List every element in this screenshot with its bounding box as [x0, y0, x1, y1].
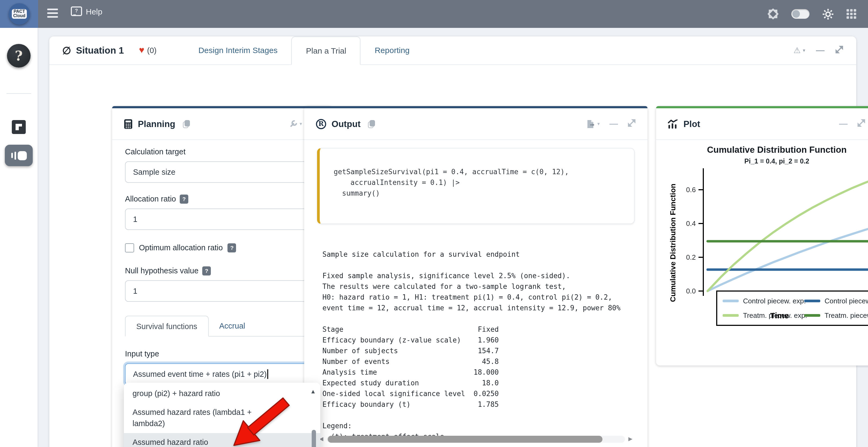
optimum-allocation-checkbox[interactable] [125, 243, 134, 252]
hamburger-icon[interactable] [47, 8, 59, 19]
legend-swatch [723, 314, 739, 317]
help-question-badge[interactable]: ? [202, 266, 211, 275]
dark-mode-toggle[interactable] [791, 9, 809, 19]
dropdown-scrollbar-thumb[interactable] [312, 430, 316, 447]
input-type-value: Assumed event time + rates (pi1 + pi2) [133, 370, 267, 378]
logo-line2: Cloud [13, 14, 25, 19]
tools-dropdown[interactable]: ▾ [289, 120, 302, 128]
plot-title: Plot [683, 119, 700, 129]
chart-icon [668, 119, 678, 128]
warning-triangle-icon: ⚠ [794, 45, 801, 55]
minimize-card-button[interactable]: — [816, 46, 825, 55]
tab-plan-a-trial[interactable]: Plan a Trial [291, 36, 361, 65]
chevron-down-icon: ▾ [597, 121, 600, 127]
planning-panel: Planning ▾ — Calculation target [112, 106, 332, 447]
tab-design-interim-stages[interactable]: Design Interim Stages [185, 36, 291, 64]
rpact-cloud-logo[interactable]: PACT Cloud [0, 0, 38, 28]
app-window: PACT Cloud ? Help [0, 0, 868, 447]
calculation-target-value: Sample size [133, 168, 176, 176]
panel-tool-button[interactable] [5, 145, 33, 166]
svg-text:0.6: 0.6 [686, 186, 696, 194]
legend-label: Control piecew. lambda [825, 297, 868, 305]
output-title: Output [332, 119, 361, 129]
empty-set-icon: ∅ [62, 44, 71, 57]
output-horizontal-scrollbar: ◀ ▶ [319, 435, 632, 443]
copy-icon[interactable] [183, 120, 190, 128]
allocation-ratio-value: 1 [133, 215, 137, 224]
expand-panel-button[interactable] [628, 119, 636, 129]
dropdown-option[interactable]: Assumed hazard rates (lambda1 + lambda2) [124, 403, 320, 433]
calculator-icon [124, 119, 132, 129]
help-chat-icon: ? [71, 6, 82, 16]
help-label: Help [86, 7, 102, 16]
r-code-block: getSampleSizeSurvival(pi1 = 0.4, accrual… [317, 148, 634, 224]
svg-text:0.4: 0.4 [686, 219, 696, 228]
copy-icon[interactable] [368, 120, 375, 128]
chart-title: Cumulative Distribution Function [656, 145, 868, 155]
calculation-target-select[interactable]: Sample size ▼ [125, 161, 319, 183]
export-dropdown[interactable]: ▾ [587, 119, 600, 128]
expand-card-button[interactable] [835, 45, 843, 56]
scroll-right-icon[interactable]: ▶ [628, 436, 632, 442]
scrollbar-thumb[interactable] [328, 436, 602, 442]
input-type-dropdown-list: group (pi2) + hazard ratioAssumed hazard… [124, 383, 320, 447]
settings-gear-icon[interactable] [823, 8, 834, 20]
chevron-down-icon: ▾ [803, 48, 805, 53]
input-type-select[interactable]: Assumed event time + rates (pi1 + pi2) ▲ [125, 364, 319, 385]
question-avatar-icon[interactable]: ? [7, 44, 31, 68]
likes-count: (0) [147, 46, 156, 55]
sidebar-divider [6, 93, 31, 94]
tab-reporting[interactable]: Reporting [361, 36, 424, 64]
dropdown-options: group (pi2) + hazard ratioAssumed hazard… [124, 384, 320, 447]
situation-tabs: Design Interim Stages Plan a Trial Repor… [185, 36, 424, 64]
minimize-panel-button[interactable]: — [610, 119, 618, 128]
output-report: Sample size calculation for a survival e… [322, 249, 637, 442]
legend-item: Control piecew. exp. [723, 297, 804, 305]
legend-item: Control piecew. lambda [804, 297, 868, 305]
chart-xlabel: Time [737, 311, 823, 320]
tab-survival-functions[interactable]: Survival functions [125, 316, 209, 337]
legend-label: Treatm. piecew. lambda [825, 311, 868, 319]
steps-icon[interactable] [12, 120, 26, 134]
apps-grid-icon[interactable] [846, 9, 856, 19]
null-hypothesis-label: Null hypothesis value [125, 266, 198, 275]
output-report-text: Sample size calculation for a survival e… [322, 249, 637, 442]
chevron-down-icon: ▾ [300, 121, 302, 127]
null-hypothesis-input[interactable]: 1 [125, 280, 319, 302]
help-question-badge[interactable]: ? [180, 194, 188, 203]
arrows-move-icon[interactable] [768, 8, 778, 19]
legend-swatch [723, 300, 739, 302]
left-sidebar: ? [0, 28, 37, 447]
chart-legend: Control piecew. exp.Control piecew. lamb… [716, 290, 868, 326]
r-code-text: getSampleSizeSurvival(pi1 = 0.4, accrual… [334, 167, 634, 199]
tab-accrual[interactable]: Accrual [209, 316, 256, 336]
svg-text:0.0: 0.0 [686, 287, 696, 295]
help-question-badge[interactable]: ? [228, 243, 236, 252]
text-cursor [267, 369, 268, 379]
calculation-target-label: Calculation target [125, 146, 319, 157]
situation-header: ∅ Situation 1 ♥ (0) Design Interim Stage… [49, 36, 856, 65]
allocation-ratio-input[interactable]: 1 [125, 208, 319, 230]
planning-title: Planning [138, 119, 175, 129]
dropdown-option[interactable]: Assumed hazard ratio [124, 433, 320, 447]
top-navigation-bar: PACT Cloud ? Help [0, 0, 868, 28]
expand-panel-button[interactable] [857, 119, 865, 129]
r-logo-icon: R [316, 119, 326, 129]
dropdown-option[interactable]: group (pi2) + hazard ratio [124, 384, 320, 403]
planning-subtabs: Survival functions Accrual [125, 316, 319, 337]
legend-label: Control piecew. exp. [743, 297, 806, 305]
scrollbar-track[interactable] [327, 436, 625, 442]
warnings-dropdown[interactable]: ⚠ ▾ [794, 45, 805, 55]
rpact-logo-icon: PACT Cloud [8, 3, 30, 25]
optimum-allocation-label: Optimum allocation ratio [139, 243, 223, 252]
scroll-up-icon[interactable]: ▲ [310, 388, 316, 394]
situation-card: ∅ Situation 1 ♥ (0) Design Interim Stage… [49, 36, 856, 447]
output-panel: R Output ▾ — [304, 106, 648, 447]
null-hypothesis-value: 1 [133, 287, 137, 295]
heart-like-icon[interactable]: ♥ [139, 45, 144, 56]
minimize-panel-button[interactable]: — [839, 119, 848, 128]
help-button[interactable]: ? Help [71, 6, 102, 16]
allocation-ratio-label: Allocation ratio [125, 195, 176, 203]
input-type-label: Input type [125, 348, 319, 359]
legend-swatch [804, 300, 820, 302]
